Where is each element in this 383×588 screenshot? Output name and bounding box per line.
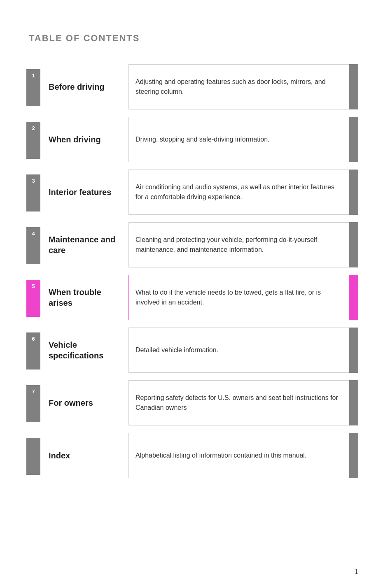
chapter-right-tab (349, 433, 358, 478)
chapter-title-col: When trouble arises (42, 275, 128, 320)
chapter-description: Driving, stopping and safe-driving infor… (135, 135, 270, 144)
toc-list: 1Before drivingAdjusting and operating f… (25, 64, 358, 486)
chapter-title: When trouble arises (49, 287, 122, 308)
chapter-badge-col: 7 (25, 380, 42, 425)
chapter-title-col: Interior features (42, 170, 128, 215)
chapter-number-badge (26, 438, 40, 475)
chapter-right-tab (349, 328, 358, 373)
chapter-number-badge: 5 (26, 280, 40, 317)
chapter-title: Vehicle specifications (49, 339, 122, 361)
chapter-title-col: Index (42, 433, 128, 478)
chapter-description: What to do if the vehicle needs to be to… (135, 288, 342, 307)
chapter-description: Adjusting and operating features such as… (135, 77, 342, 97)
toc-row[interactable]: 6Vehicle specificationsDetailed vehicle … (25, 328, 358, 373)
chapter-title: Interior features (49, 187, 111, 198)
chapter-description: Detailed vehicle information. (135, 345, 218, 355)
chapter-badge-col: 3 (25, 170, 42, 215)
chapter-badge-col: 2 (25, 117, 42, 162)
chapter-right-tab (349, 117, 358, 162)
chapter-title: Maintenance and care (49, 234, 122, 256)
chapter-title-col: Maintenance and care (42, 222, 128, 267)
toc-row[interactable]: 3Interior featuresAir conditioning and a… (25, 170, 358, 215)
chapter-title: Before driving (49, 81, 105, 92)
chapter-desc-col: Detailed vehicle information. (128, 328, 349, 373)
toc-row[interactable]: 4Maintenance and careCleaning and protec… (25, 222, 358, 267)
chapter-title: When driving (49, 134, 101, 145)
toc-row[interactable]: IndexAlphabetical listing of information… (25, 433, 358, 478)
chapter-number-badge: 7 (26, 385, 40, 422)
chapter-right-tab (349, 64, 358, 109)
chapter-description: Alphabetical listing of information cont… (135, 451, 306, 460)
chapter-title: For owners (49, 397, 93, 408)
chapter-badge-col: 6 (25, 328, 42, 373)
chapter-number-badge: 6 (26, 332, 40, 370)
chapter-right-tab (349, 380, 358, 425)
chapter-badge-col (25, 433, 42, 478)
chapter-desc-col: Adjusting and operating features such as… (128, 64, 349, 109)
chapter-desc-col: What to do if the vehicle needs to be to… (128, 275, 349, 320)
chapter-description: Reporting safety defects for U.S. owners… (135, 393, 342, 413)
chapter-title-col: Vehicle specifications (42, 328, 128, 373)
toc-row[interactable]: 5When trouble arisesWhat to do if the ve… (25, 275, 358, 320)
chapter-description: Cleaning and protecting your vehicle, pe… (135, 235, 342, 255)
chapter-right-tab (349, 170, 358, 215)
page-container: TABLE OF CONTENTS 1Before drivingAdjusti… (0, 0, 383, 510)
chapter-badge-col: 4 (25, 222, 42, 267)
chapter-badge-col: 5 (25, 275, 42, 320)
chapter-right-tab (349, 275, 358, 320)
chapter-desc-col: Reporting safety defects for U.S. owners… (128, 380, 349, 425)
chapter-title-col: When driving (42, 117, 128, 162)
chapter-desc-col: Air conditioning and audio systems, as w… (128, 170, 349, 215)
toc-row[interactable]: 2When drivingDriving, stopping and safe-… (25, 117, 358, 162)
page-number: 1 (355, 568, 358, 576)
chapter-number-badge: 1 (26, 69, 40, 106)
chapter-title-col: For owners (42, 380, 128, 425)
chapter-title: Index (49, 450, 70, 461)
chapter-desc-col: Driving, stopping and safe-driving infor… (128, 117, 349, 162)
chapter-number-badge: 4 (26, 227, 40, 264)
chapter-number-badge: 2 (26, 122, 40, 159)
chapter-desc-col: Cleaning and protecting your vehicle, pe… (128, 222, 349, 267)
chapter-title-col: Before driving (42, 64, 128, 109)
toc-row[interactable]: 1Before drivingAdjusting and operating f… (25, 64, 358, 109)
toc-row[interactable]: 7For ownersReporting safety defects for … (25, 380, 358, 425)
chapter-desc-col: Alphabetical listing of information cont… (128, 433, 349, 478)
chapter-right-tab (349, 222, 358, 267)
chapter-badge-col: 1 (25, 64, 42, 109)
chapter-description: Air conditioning and audio systems, as w… (135, 182, 342, 202)
chapter-number-badge: 3 (26, 174, 40, 211)
page-title: TABLE OF CONTENTS (29, 33, 358, 44)
